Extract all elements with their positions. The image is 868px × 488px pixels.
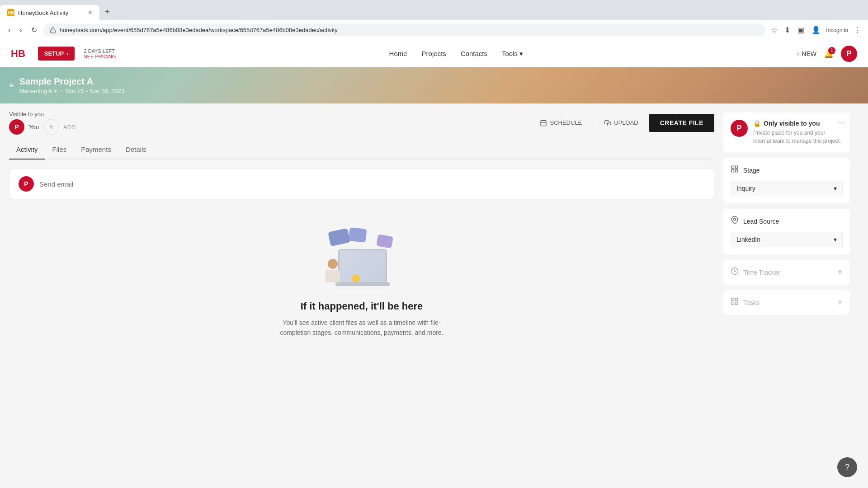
lead-source-value: LinkedIn: [736, 236, 760, 243]
current-user-avatar: P: [9, 119, 24, 135]
project-title: Sample Project A: [19, 76, 125, 87]
new-tab-button[interactable]: +: [99, 4, 115, 20]
time-tracker-icon: [731, 267, 739, 277]
download-icon[interactable]: ⬇: [783, 24, 792, 36]
notifications-button[interactable]: 🔔 1: [824, 49, 834, 59]
lead-source-header: Lead Source: [731, 216, 843, 226]
upload-button[interactable]: UPLOAD: [599, 116, 643, 130]
menu-icon[interactable]: ⋮: [852, 24, 863, 36]
lock-icon: 🔒: [753, 120, 761, 127]
tab-details[interactable]: Details: [118, 140, 154, 160]
setup-button[interactable]: SETUP ›: [38, 47, 75, 61]
time-tracker-card: Time Tracker +: [723, 260, 850, 285]
svg-rect-15: [731, 302, 734, 305]
stage-value: Inquiry: [736, 185, 755, 192]
add-user-button[interactable]: +: [43, 119, 59, 135]
stage-card-header: Stage: [731, 165, 843, 175]
visibility-row: Visible to you P You + ADD SCHEDULE UPLO…: [9, 103, 714, 140]
stage-icon: [731, 165, 739, 175]
add-label: ADD: [63, 124, 75, 131]
svg-rect-12: [731, 298, 734, 300]
svg-point-10: [734, 218, 736, 221]
stage-card: Stage Inquiry ▾: [723, 158, 850, 203]
person-head: [328, 259, 338, 269]
main-content: Visible to you P You + ADD SCHEDULE UPLO…: [0, 103, 868, 356]
stage-dropdown[interactable]: Inquiry ▾: [731, 181, 843, 196]
float-box-1: [328, 228, 350, 246]
address-bar[interactable]: honeybook.com/app/event/655d767a5e486b08…: [43, 24, 766, 36]
user-avatar[interactable]: P: [841, 46, 857, 62]
setup-days-info: 2 DAYS LEFT SEE PRICING: [84, 48, 116, 59]
svg-rect-14: [736, 302, 738, 305]
tabs-row: Activity Files Payments Details: [9, 140, 714, 160]
empty-state-title: If it happened, it'll be here: [301, 300, 423, 312]
chevron-down-icon: ▾: [54, 88, 57, 94]
header-right: + NEW 🔔 1 P: [796, 46, 857, 62]
schedule-button[interactable]: SCHEDULE: [534, 116, 587, 130]
client-dropdown[interactable]: Markerting A ▾: [19, 88, 57, 94]
private-options-button[interactable]: ···: [838, 118, 844, 127]
new-button[interactable]: + NEW: [796, 50, 816, 57]
stage-title: Stage: [743, 167, 843, 174]
float-box-2: [349, 227, 367, 243]
see-pricing-link[interactable]: SEE PRICING: [84, 54, 116, 59]
person: [326, 259, 340, 282]
project-menu-icon[interactable]: ≡: [9, 81, 14, 90]
tasks-header: Tasks +: [731, 297, 843, 308]
upload-icon: [604, 119, 611, 127]
tasks-add-button[interactable]: +: [837, 297, 843, 308]
nav-home[interactable]: Home: [389, 50, 407, 57]
nav-tools[interactable]: Tools ▾: [502, 50, 523, 58]
yellow-dot: [352, 274, 360, 282]
bookmark-icon[interactable]: ☆: [769, 24, 779, 36]
tab-favicon: HB: [7, 9, 14, 16]
svg-rect-13: [736, 298, 738, 300]
laptop-screen: [338, 249, 387, 283]
lead-source-card: Lead Source LinkedIn ▾: [723, 209, 850, 254]
svg-rect-7: [736, 166, 738, 168]
visible-users: P You + ADD: [9, 119, 75, 135]
app-header: HB SETUP › 2 DAYS LEFT SEE PRICING Home …: [0, 40, 868, 67]
incognito-label: Incognito: [826, 27, 848, 33]
action-buttons: SCHEDULE UPLOAD CREATE FILE: [534, 114, 714, 132]
browser-chrome: HB HoneyBook Activity × + ‹ › ↻ honeyboo…: [0, 0, 868, 40]
empty-state-description: You'll see active client files as well a…: [276, 318, 448, 338]
time-tracker-add-button[interactable]: +: [837, 267, 843, 277]
tab-close-icon[interactable]: ×: [88, 9, 92, 17]
browser-tabs: HB HoneyBook Activity × +: [0, 0, 868, 20]
forward-button[interactable]: ›: [17, 24, 24, 36]
profile-icon[interactable]: 👤: [810, 24, 822, 36]
project-meta: Markerting A ▾ · Nov 21 - Nov 30, 2023: [19, 88, 125, 94]
reload-button[interactable]: ↻: [28, 24, 40, 36]
visibility-label: Visible to you: [9, 111, 75, 117]
lead-source-dropdown[interactable]: LinkedIn ▾: [731, 232, 843, 247]
tab-files[interactable]: Files: [45, 140, 74, 160]
back-button[interactable]: ‹: [5, 24, 13, 36]
svg-rect-1: [541, 120, 546, 126]
empty-state: If it happened, it'll be here You'll see…: [9, 208, 714, 347]
email-input-area[interactable]: P: [9, 169, 714, 199]
float-box-3: [376, 234, 393, 249]
time-tracker-title: Time Tracker: [743, 269, 833, 276]
lock-address-icon: [50, 27, 56, 33]
nav-contacts[interactable]: Contacts: [461, 50, 487, 57]
nav-projects[interactable]: Projects: [422, 50, 446, 57]
laptop-base: [335, 282, 390, 286]
active-tab[interactable]: HB HoneyBook Activity ×: [0, 5, 99, 20]
svg-rect-0: [50, 30, 55, 33]
tab-activity[interactable]: Activity: [9, 140, 45, 160]
private-avatar: P: [731, 120, 748, 137]
private-text: 🔒 Only visible to you Private place for …: [753, 120, 843, 145]
svg-rect-8: [736, 170, 738, 172]
notif-badge: 1: [828, 47, 835, 54]
lead-source-title: Lead Source: [743, 218, 843, 225]
create-file-button[interactable]: CREATE FILE: [649, 114, 714, 132]
tasks-card: Tasks +: [723, 290, 850, 315]
tab-payments[interactable]: Payments: [74, 140, 118, 160]
screen-inner: [340, 250, 386, 282]
url-text: honeybook.com/app/event/655d767a5e486b08…: [60, 27, 760, 33]
extensions-icon[interactable]: ▣: [796, 24, 806, 36]
help-button[interactable]: ?: [837, 457, 857, 477]
email-avatar: P: [19, 176, 34, 192]
send-email-input[interactable]: [39, 180, 705, 188]
